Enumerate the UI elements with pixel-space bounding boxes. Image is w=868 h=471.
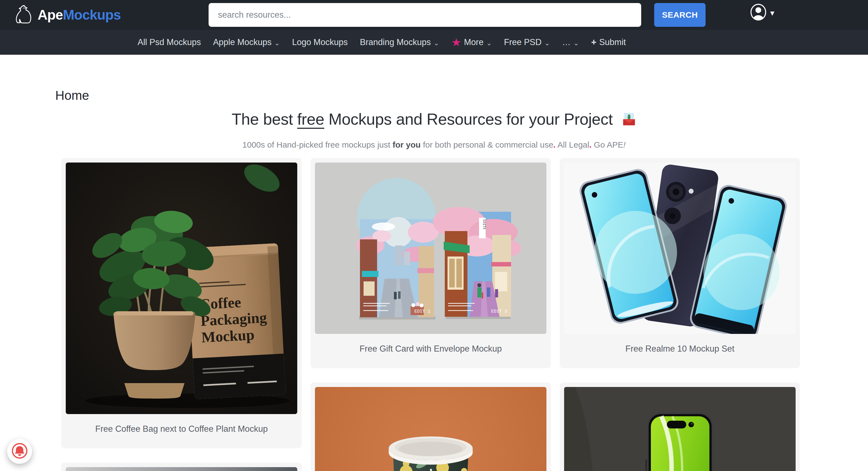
chevron-down-icon: ⌄: [274, 39, 280, 47]
card-iphone-green-mockup[interactable]: [560, 383, 800, 471]
mockup-card-grid: Coffee Packaging Mockup: [61, 158, 801, 471]
svg-text:EDIT 3: EDIT 3: [491, 309, 507, 314]
nav-item-apple-mockups[interactable]: Apple Mockups⌄: [213, 37, 280, 47]
nav-item-more[interactable]: ★More⌄: [452, 37, 492, 47]
paper-cup-mockup-image: [315, 387, 547, 471]
svg-text:Mockup: Mockup: [201, 326, 255, 346]
apemockups-homepage: ApeMockups SEARCH ▾ All Psd Mockups App: [0, 0, 868, 471]
chevron-down-icon: ⌄: [574, 39, 579, 47]
page-title: The best free Mockups and Resources for …: [0, 110, 868, 131]
main-navigation: All Psd Mockups Apple Mockups⌄ Logo Mock…: [0, 30, 868, 55]
site-logo[interactable]: ApeMockups: [15, 4, 121, 25]
nav-item-ellipsis[interactable]: …⌄: [562, 37, 579, 47]
user-avatar-icon: [749, 3, 768, 23]
chevron-down-icon: ▾: [770, 9, 774, 17]
chevron-down-icon: ⌄: [486, 39, 492, 47]
card-title: Free Coffee Bag next to Coffee Plant Moc…: [66, 414, 297, 444]
card-coffee-bag-mockup[interactable]: Coffee Packaging Mockup: [61, 158, 302, 448]
card-partial-gray-mockup[interactable]: [61, 463, 302, 471]
search-input[interactable]: [209, 3, 641, 27]
nav-item-logo-mockups[interactable]: Logo Mockups: [292, 37, 348, 47]
search-button[interactable]: SEARCH: [654, 3, 706, 27]
page-subtitle: 1000s of Hand-picked free mockups just f…: [0, 140, 868, 150]
grid-column-2: EDIT 1: [311, 158, 551, 471]
gray-gradient-mockup-image: [66, 467, 297, 471]
card-realme-10-mockup[interactable]: realme: [560, 158, 800, 368]
iphone-green-mockup-image: [564, 387, 796, 471]
gorilla-logo-icon: [15, 4, 33, 25]
card-title: Free Gift Card with Envelope Mockup: [315, 334, 547, 364]
site-logo-text: ApeMockups: [38, 7, 121, 23]
nav-item-free-psd[interactable]: Free PSD⌄: [504, 37, 550, 47]
realme-10-mockup-image: realme: [564, 163, 796, 334]
account-menu-button[interactable]: ▾: [749, 3, 774, 23]
bell-icon: [9, 440, 30, 463]
card-gift-card-mockup[interactable]: EDIT 1: [311, 158, 551, 368]
nav-item-all-psd-mockups[interactable]: All Psd Mockups: [137, 37, 201, 47]
svg-text:EDIT 1: EDIT 1: [414, 309, 430, 314]
chevron-down-icon: ⌄: [434, 39, 439, 47]
card-title: Free Realme 10 Mockup Set: [564, 334, 796, 364]
nav-item-branding-mockups[interactable]: Branding Mockups⌄: [360, 37, 439, 47]
star-icon: ★: [452, 38, 461, 47]
svg-text:Packaging: Packaging: [200, 309, 267, 329]
svg-text:EDITS: EDITS: [482, 219, 486, 229]
gift-card-mockup-image: EDIT 1: [315, 163, 547, 334]
grid-column-1: Coffee Packaging Mockup: [61, 158, 302, 471]
coffee-bag-mockup-image: Coffee Packaging Mockup: [66, 163, 297, 414]
card-paper-cup-mockup[interactable]: [311, 383, 551, 471]
chevron-down-icon: ⌄: [544, 39, 550, 47]
free-underlined-word: free: [297, 110, 324, 128]
nav-item-submit[interactable]: +Submit: [591, 37, 626, 48]
top-header-bar: ApeMockups SEARCH ▾: [0, 0, 868, 30]
holiday-card-emoji: [622, 112, 637, 131]
grid-column-3: realme: [560, 158, 800, 471]
notification-bell-button[interactable]: [7, 439, 32, 464]
breadcrumb: Home: [55, 89, 89, 102]
plus-icon: +: [591, 37, 596, 48]
